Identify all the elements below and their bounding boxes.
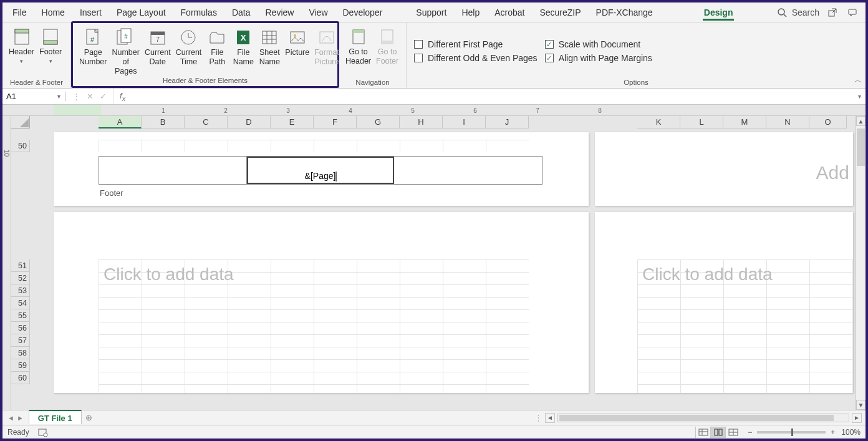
share-button[interactable] (826, 6, 839, 19)
name-box[interactable]: A1 ▼ (2, 92, 66, 101)
page-bottom-right[interactable]: Click to add data (595, 212, 853, 393)
tab-developer[interactable]: Developer (335, 2, 390, 22)
sheet-name-button[interactable]: Sheet Name (256, 24, 282, 67)
scroll-up-arrow[interactable]: ▲ (856, 116, 866, 126)
footer-left-section[interactable] (99, 157, 247, 184)
zoom-slider[interactable] (757, 431, 826, 434)
tell-me-search[interactable]: Search (777, 7, 819, 17)
tab-pdfxchange[interactable]: PDF-XChange (589, 2, 660, 22)
scroll-down-arrow[interactable]: ▼ (856, 400, 866, 410)
col-header-L[interactable]: L (680, 116, 723, 128)
options-dots-icon[interactable]: ⋮ (72, 92, 80, 101)
tab-review[interactable]: Review (258, 2, 302, 22)
col-header-H[interactable]: H (400, 116, 443, 128)
page-layout-view-button[interactable] (710, 427, 725, 438)
page-break-view-button[interactable] (725, 427, 740, 438)
expand-formula-bar[interactable]: ▾ (853, 93, 866, 100)
col-header-F[interactable]: F (314, 116, 357, 128)
tab-help[interactable]: Help (454, 2, 487, 22)
diff-odd-even-label: Different Odd & Even Pages (428, 53, 538, 63)
tab-pagelayout[interactable]: Page Layout (109, 2, 173, 22)
col-header-G[interactable]: G (357, 116, 400, 128)
hscroll-thumb[interactable] (559, 415, 834, 421)
normal-view-button[interactable] (695, 427, 710, 438)
row-header[interactable]: 57 (11, 334, 30, 347)
tab-formulas[interactable]: Formulas (173, 2, 224, 22)
picture-button[interactable]: Picture (282, 24, 312, 57)
footer-right-section[interactable] (394, 157, 542, 184)
formula-input[interactable] (129, 91, 853, 102)
row-header-50[interactable]: 50 (11, 140, 30, 152)
tab-data[interactable]: Data (224, 2, 258, 22)
page-number-button[interactable]: # Page Number (77, 24, 109, 67)
row-header[interactable]: 59 (11, 359, 30, 372)
footer-center-section[interactable]: &[Page] (247, 157, 395, 184)
page-top-left[interactable]: &[Page] Footer (54, 132, 589, 206)
zoom-in-button[interactable]: + (831, 428, 835, 437)
tab-home[interactable]: Home (34, 2, 72, 22)
scroll-thumb[interactable] (857, 128, 865, 166)
tab-design-active[interactable]: Design (697, 2, 741, 22)
col-header-A[interactable]: A (99, 116, 142, 128)
header-dropdown[interactable]: Header ▾ (6, 24, 37, 65)
next-sheet-arrow[interactable]: ► (17, 414, 24, 422)
row-header[interactable]: 51 (11, 259, 30, 272)
col-header-M[interactable]: M (723, 116, 766, 128)
footer-dropdown[interactable]: Footer ▾ (37, 24, 64, 65)
horizontal-scrollbar[interactable]: ◄ ► (541, 410, 866, 425)
row-header[interactable]: 53 (11, 284, 30, 297)
scroll-left-arrow[interactable]: ◄ (545, 413, 555, 423)
tab-file[interactable]: File (5, 2, 34, 22)
col-header-E[interactable]: E (271, 116, 314, 128)
new-sheet-button[interactable]: ⊕ (82, 410, 97, 425)
diff-odd-even-checkbox[interactable]: Different Odd & Even Pages (410, 51, 541, 65)
current-date-button[interactable]: 7 Current Date (142, 24, 173, 67)
zoom-out-button[interactable]: − (748, 428, 752, 437)
checkbox-icon (414, 40, 423, 49)
col-header-D[interactable]: D (228, 116, 271, 128)
vertical-scrollbar[interactable]: ▲ ▼ (856, 116, 866, 410)
page-bottom-left[interactable]: Click to add data (54, 212, 589, 393)
number-of-pages-button[interactable]: # Number of Pages (109, 24, 142, 76)
col-header-N[interactable]: N (766, 116, 809, 128)
page-top-right[interactable]: Add (595, 132, 853, 206)
col-header-B[interactable]: B (142, 116, 185, 128)
row-header[interactable]: 52 (11, 272, 30, 284)
row-header[interactable]: 55 (11, 309, 30, 322)
tab-splitter[interactable]: ⋮ (535, 410, 541, 425)
col-header-I[interactable]: I (443, 116, 486, 128)
col-header-J[interactable]: J (486, 116, 529, 128)
scale-with-document-checkbox[interactable]: ✓ Scale with Document (541, 37, 656, 51)
file-path-button[interactable]: File Path (204, 24, 230, 67)
select-all-corner[interactable] (11, 116, 30, 128)
macro-record-icon[interactable] (38, 428, 48, 437)
current-time-button[interactable]: Current Time (173, 24, 205, 67)
file-name-button[interactable]: X File Name (230, 24, 256, 67)
row-header[interactable]: 58 (11, 347, 30, 359)
collapse-ribbon-button[interactable]: ︿ (854, 75, 862, 85)
tab-securezip[interactable]: SecureZIP (532, 2, 588, 22)
col-header-O[interactable]: O (809, 116, 847, 128)
tab-insert[interactable]: Insert (72, 2, 109, 22)
row-header[interactable]: 54 (11, 297, 30, 309)
svg-rect-35 (699, 429, 708, 435)
cancel-icon[interactable]: ✕ (87, 92, 94, 101)
tab-acrobat[interactable]: Acrobat (487, 2, 532, 22)
scroll-right-arrow[interactable]: ► (852, 413, 862, 423)
zoom-level[interactable]: 100% (841, 428, 861, 437)
align-page-margins-checkbox[interactable]: ✓ Align with Page Margins (541, 51, 656, 65)
tab-view[interactable]: View (301, 2, 335, 22)
diff-first-page-checkbox[interactable]: Different First Page (410, 37, 541, 51)
col-header-K[interactable]: K (637, 116, 680, 128)
comments-button[interactable] (846, 6, 859, 19)
footer-label: Footer (100, 188, 123, 198)
row-header[interactable]: 56 (11, 322, 30, 334)
prev-sheet-arrow[interactable]: ◄ (7, 414, 14, 422)
sheet-tab-active[interactable]: GT File 1 (29, 410, 82, 424)
col-header-C[interactable]: C (185, 116, 228, 128)
goto-header-button[interactable]: Go to Header (343, 24, 374, 66)
fx-icon[interactable]: fx (113, 91, 129, 102)
tab-support[interactable]: Support (408, 2, 454, 22)
enter-icon[interactable]: ✓ (100, 92, 107, 101)
row-header[interactable]: 60 (11, 372, 30, 384)
